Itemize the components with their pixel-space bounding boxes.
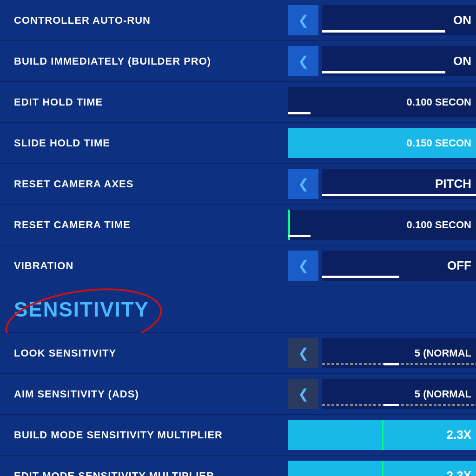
edit-hold-time-slider	[288, 112, 476, 114]
edit-mode-green-line	[382, 461, 383, 476]
edit-mode-multiplier-value: 2.3x	[447, 469, 472, 476]
build-mode-multiplier-row: BUILD MODE SENSITIVITY MULTIPLIER 2.3x	[0, 415, 476, 456]
left-arrow-icon-2: ❮	[298, 55, 309, 68]
look-sensitivity-value: 5 (NORMAL	[415, 347, 471, 359]
slide-hold-time-row: SLIDE HOLD TIME 0.150 Secon	[0, 123, 476, 164]
aim-sensitivity-indicator	[383, 404, 399, 406]
build-immediately-slider-fill	[322, 71, 445, 73]
aim-sensitivity-left-arrow[interactable]: ❮	[288, 379, 318, 409]
slide-hold-time-control: 0.150 Secon	[288, 128, 476, 158]
reset-camera-axes-slider-fill	[322, 194, 476, 196]
reset-camera-time-control: 0.100 Secon	[288, 210, 476, 240]
aim-sensitivity-slider-fill	[322, 404, 476, 406]
reset-camera-axes-value-box: PITCH	[322, 169, 476, 199]
edit-hold-time-row: EDIT HOLD TIME 0.100 Secon	[0, 82, 476, 123]
edit-mode-multiplier-label: EDIT MODE SENSITIVITY MULTIPLIER	[0, 470, 288, 476]
vibration-row: VIBRATION ❮ OFF	[0, 245, 476, 286]
controller-auto-run-slider	[322, 30, 476, 33]
build-immediately-slider	[322, 71, 476, 73]
look-sensitivity-value-box: 5 (NORMAL	[322, 338, 476, 368]
look-sensitivity-slider	[322, 363, 476, 365]
build-mode-multiplier-label: BUILD MODE SENSITIVITY MULTIPLIER	[0, 429, 288, 441]
vibration-label: VIBRATION	[0, 260, 288, 272]
reset-camera-time-value-box: 0.100 Secon	[288, 210, 476, 240]
controller-auto-run-slider-fill	[322, 30, 445, 33]
reset-camera-time-label: RESET CAMERA TIME	[0, 219, 288, 231]
build-immediately-left-arrow[interactable]: ❮	[288, 46, 318, 76]
vibration-slider-fill	[322, 276, 399, 278]
build-immediately-value: ON	[453, 54, 471, 68]
edit-hold-time-value-box: 0.100 Secon	[288, 87, 476, 117]
build-mode-multiplier-value: 2.3x	[447, 428, 472, 442]
build-mode-multiplier-value-box: 2.3x	[288, 420, 476, 450]
edit-hold-time-label: EDIT HOLD TIME	[0, 96, 288, 108]
reset-camera-time-slider-fill	[288, 235, 311, 237]
build-mode-multiplier-control: 2.3x	[288, 420, 476, 450]
build-immediately-value-box: ON	[322, 46, 476, 76]
aim-sensitivity-slider	[322, 404, 476, 406]
vibration-value-box: OFF	[322, 251, 476, 281]
reset-camera-time-row: RESET CAMERA TIME 0.100 Secon	[0, 205, 476, 245]
build-immediately-label: BUILD IMMEDIATELY (BUILDER PRO)	[0, 55, 288, 67]
vibration-slider	[322, 276, 476, 278]
aim-sensitivity-value: 5 (NORMAL	[415, 388, 471, 400]
edit-mode-multiplier-row: EDIT MODE SENSITIVITY MULTIPLIER 2.3x	[0, 456, 476, 476]
edit-mode-multiplier-value-box: 2.3x	[288, 461, 476, 476]
edit-mode-multiplier-control: 2.3x	[288, 461, 476, 476]
vibration-value: OFF	[447, 258, 471, 273]
reset-camera-axes-value: PITCH	[435, 177, 471, 191]
controller-auto-run-value-box: ON	[322, 5, 476, 35]
left-arrow-icon-5: ❮	[298, 347, 309, 360]
controller-auto-run-label: CONTROLLER AUTO-RUN	[0, 14, 288, 26]
sensitivity-section-title: SENSITIVITY	[14, 298, 149, 321]
aim-sensitivity-value-box: 5 (NORMAL	[322, 379, 476, 409]
settings-panel: CONTROLLER AUTO-RUN ❮ ON BUILD IMMEDIATE…	[0, 0, 476, 476]
edit-hold-time-value: 0.100 Secon	[407, 96, 471, 108]
left-arrow-icon: ❮	[298, 14, 309, 27]
controller-auto-run-left-arrow[interactable]: ❮	[288, 5, 318, 35]
look-sensitivity-left-arrow[interactable]: ❮	[288, 338, 318, 368]
controller-auto-run-row: CONTROLLER AUTO-RUN ❮ ON	[0, 0, 476, 41]
look-sensitivity-row: LOOK SENSITIVITY ❮ 5 (NORMAL	[0, 333, 476, 374]
aim-sensitivity-label: AIM SENSITIVITY (ADS)	[0, 388, 288, 400]
left-arrow-icon-4: ❮	[298, 259, 309, 272]
reset-camera-axes-label: RESET CAMERA AXES	[0, 178, 288, 190]
edit-hold-time-control: 0.100 Secon	[288, 87, 476, 117]
reset-camera-axes-slider	[322, 194, 476, 196]
left-arrow-icon-6: ❮	[298, 388, 309, 401]
slide-hold-time-value-box: 0.150 Secon	[288, 128, 476, 158]
controller-auto-run-value: ON	[453, 13, 471, 27]
aim-sensitivity-row: AIM SENSITIVITY (ADS) ❮ 5 (NORMAL	[0, 374, 476, 415]
slide-hold-time-label: SLIDE HOLD TIME	[0, 137, 288, 149]
build-immediately-control: ❮ ON	[288, 46, 476, 76]
reset-camera-time-slider	[288, 235, 476, 237]
slide-hold-time-value: 0.150 Secon	[407, 137, 471, 149]
sensitivity-section-header: SENSITIVITY	[0, 286, 476, 333]
vibration-control: ❮ OFF	[288, 251, 476, 281]
build-immediately-row: BUILD IMMEDIATELY (BUILDER PRO) ❮ ON	[0, 41, 476, 82]
look-sensitivity-label: LOOK SENSITIVITY	[0, 347, 288, 359]
reset-camera-axes-left-arrow[interactable]: ❮	[288, 169, 318, 199]
reset-camera-time-value: 0.100 Secon	[407, 219, 471, 231]
controller-auto-run-control: ❮ ON	[288, 5, 476, 35]
vibration-left-arrow[interactable]: ❮	[288, 251, 318, 281]
edit-hold-time-slider-fill	[288, 112, 311, 114]
look-sensitivity-indicator	[383, 363, 399, 365]
build-mode-green-line	[382, 420, 383, 450]
left-arrow-icon-3: ❮	[298, 178, 309, 191]
reset-camera-axes-control: ❮ PITCH	[288, 169, 476, 199]
look-sensitivity-control: ❮ 5 (NORMAL	[288, 338, 476, 368]
reset-camera-axes-row: RESET CAMERA AXES ❮ PITCH	[0, 164, 476, 205]
aim-sensitivity-control: ❮ 5 (NORMAL	[288, 379, 476, 409]
look-sensitivity-slider-fill	[322, 363, 476, 365]
